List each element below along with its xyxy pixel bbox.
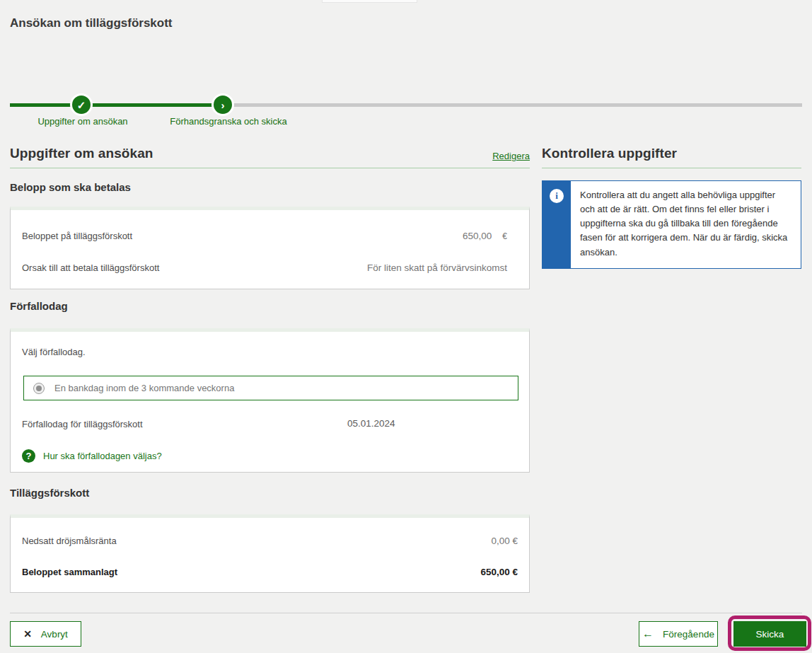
- table-row: Beloppet sammanlagt 650,00 €: [22, 556, 518, 587]
- summary-section-title: Tilläggsförskott: [10, 487, 89, 499]
- stepper-track-completed: [10, 103, 223, 107]
- amount-value: 650,00: [463, 231, 492, 241]
- duedate-value: 05.01.2024: [347, 418, 395, 429]
- radio-dot: [36, 386, 42, 391]
- duedate-label: Förfallodag för tilläggsförskott: [22, 419, 143, 429]
- step-current-circle: ›: [211, 93, 234, 116]
- submit-button[interactable]: Skicka: [733, 621, 806, 647]
- interest-label: Nedsatt dröjsmålsränta: [22, 536, 117, 546]
- total-label: Beloppet sammanlagt: [22, 567, 117, 577]
- radio-button-icon[interactable]: [33, 383, 45, 394]
- table-row: Nedsatt dröjsmålsränta 0,00 €: [22, 525, 518, 556]
- check-icon: ✓: [77, 100, 86, 110]
- step-completed-circle: ✓: [70, 93, 93, 116]
- reason-value: För liten skatt på förvärvsinkomst: [367, 262, 507, 273]
- aside-title: Kontrollera uppgifter: [542, 146, 677, 161]
- question-icon[interactable]: ?: [22, 449, 35, 463]
- duedate-card: Välj förfallodag. En bankdag inom de 3 k…: [10, 328, 530, 473]
- amount-value-block: 650,00 €: [463, 231, 507, 241]
- page-title: Ansökan om tilläggsförskott: [10, 16, 173, 30]
- info-box-text: Kontrollera att du angett alla behövliga…: [571, 181, 801, 268]
- amount-label: Beloppet på tilläggsförskott: [22, 231, 132, 241]
- summary-card: Nedsatt dröjsmålsränta 0,00 € Beloppet s…: [10, 514, 530, 593]
- cancel-button-label: Avbryt: [41, 629, 68, 640]
- total-value: 650,00 €: [480, 567, 518, 577]
- reason-value-block: För liten skatt på förvärvsinkomst: [367, 262, 507, 273]
- chevron-right-icon: ›: [221, 100, 225, 110]
- help-link-label: Hur ska förfallodagen väljas?: [43, 451, 162, 461]
- footer-divider: [10, 613, 802, 613]
- interest-value: 0,00 €: [491, 536, 518, 546]
- stepper-track-remaining: [223, 103, 802, 107]
- section-header: Uppgifter om ansökan Redigera: [10, 146, 530, 168]
- step-label-forhandsgranska: Förhandsgranska och skicka: [170, 116, 286, 127]
- aside-header: Kontrollera uppgifter: [542, 146, 801, 168]
- table-row: Beloppet på tilläggsförskott 650,00 €: [22, 220, 518, 252]
- table-row: Orsak till att betala tilläggsförskott F…: [22, 252, 518, 284]
- reason-label: Orsak till att betala tilläggsförskott: [22, 262, 159, 273]
- previous-button[interactable]: ← Föregående: [639, 621, 718, 647]
- edit-link[interactable]: Redigera: [492, 151, 530, 161]
- aside-column: Kontrollera uppgifter i Kontrollera att …: [542, 146, 801, 168]
- section-title: Uppgifter om ansökan: [10, 146, 153, 161]
- duedate-radio-option[interactable]: En bankdag inom de 3 kommande veckorna: [23, 376, 518, 400]
- close-icon: ✕: [23, 629, 32, 639]
- amount-section-title: Belopp som ska betalas: [10, 181, 131, 193]
- radio-option-label: En bankdag inom de 3 kommande veckorna: [54, 383, 234, 393]
- previous-button-label: Föregående: [663, 629, 714, 640]
- cancel-button[interactable]: ✕ Avbryt: [10, 621, 81, 647]
- submit-button-label: Skicka: [756, 629, 784, 640]
- choose-duedate-label: Välj förfallodag.: [22, 347, 86, 357]
- step-label-uppgifter: Uppgifter om ansökan: [37, 116, 127, 127]
- currency-unit: €: [502, 231, 507, 241]
- duedate-section-title: Förfallodag: [10, 300, 68, 312]
- info-icon: i: [550, 189, 564, 203]
- duedate-help-link[interactable]: ? Hur ska förfallodagen väljas?: [22, 449, 162, 463]
- arrow-left-icon: ←: [642, 628, 654, 640]
- info-box: i Kontrollera att du angett alla behövli…: [542, 180, 801, 269]
- amount-card: Beloppet på tilläggsförskott 650,00 € Or…: [10, 207, 530, 289]
- main-column: Uppgifter om ansökan Redigera Belopp som…: [10, 146, 530, 606]
- info-box-stripe: i: [543, 181, 571, 268]
- cropped-popup-edge: [322, 0, 417, 3]
